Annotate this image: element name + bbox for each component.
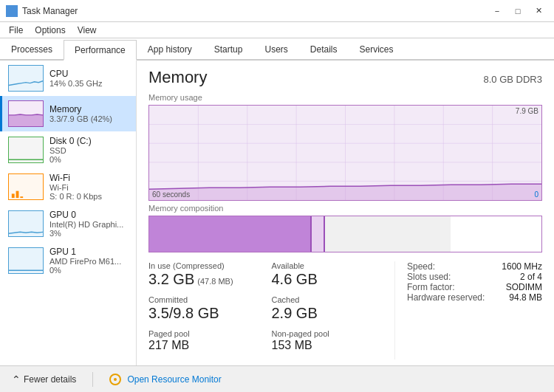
gpu1-detail1: AMD FirePro M61... <box>49 257 130 266</box>
memory-detail: 3.3/7.9 GB (42%) <box>49 114 130 123</box>
svg-rect-2 <box>7 12 11 16</box>
stats-grid: In use (Compressed) 3.2 GB (47.8 MB) Ava… <box>148 261 394 360</box>
close-button[interactable]: ✕ <box>529 4 548 18</box>
stat-committed-value: 3.5/9.8 GB <box>148 305 264 322</box>
comp-standby <box>325 216 451 252</box>
tab-startup[interactable]: Startup <box>203 38 254 59</box>
stat-form-value: SODIMM <box>506 282 542 292</box>
composition-label: Memory composition <box>148 204 542 213</box>
svg-rect-0 <box>7 7 11 10</box>
title-bar-left: Task Manager <box>6 5 78 17</box>
disk-detail1: SSD <box>49 146 130 155</box>
chart-label: Memory usage <box>148 93 542 102</box>
tab-app-history[interactable]: App history <box>137 38 203 59</box>
gpu0-detail2: 3% <box>49 229 130 238</box>
tab-services[interactable]: Services <box>349 38 405 59</box>
memory-info: Memory 3.3/7.9 GB (42%) <box>49 104 130 123</box>
bottom-separator <box>92 372 93 387</box>
gpu0-detail1: Intel(R) HD Graphi... <box>49 220 130 229</box>
wifi-detail2: S: 0 R: 0 Kbps <box>49 192 130 201</box>
cpu-detail: 14% 0.35 GHz <box>49 79 130 88</box>
sidebar-item-gpu1[interactable]: GPU 1 AMD FirePro M61... 0% <box>0 242 136 279</box>
composition-bar <box>148 216 542 252</box>
wifi-detail1: Wi-Fi <box>49 183 130 192</box>
stat-hwres-row: Hardware reserved: 94.8 MB <box>407 292 542 303</box>
sidebar-item-disk0[interactable]: Disk 0 (C:) SSD 0% <box>0 131 136 168</box>
stats-section: In use (Compressed) 3.2 GB (47.8 MB) Ava… <box>148 261 542 360</box>
stat-committed-label: Committed <box>148 295 264 304</box>
gpu0-thumbnail <box>8 210 44 237</box>
stat-inuse-sub: (47.8 MB) <box>197 277 233 286</box>
wifi-info: Wi-Fi Wi-Fi S: 0 R: 0 Kbps <box>49 173 130 201</box>
window-controls: − □ ✕ <box>488 4 548 18</box>
stat-speed-value: 1600 MHz <box>502 261 542 272</box>
memory-chart-svg <box>149 106 541 200</box>
stat-available: Available 4.6 GB <box>272 261 395 288</box>
memory-spec: 8.0 GB DDR3 <box>484 74 542 85</box>
comp-modified <box>312 216 324 252</box>
tab-processes[interactable]: Processes <box>0 38 64 59</box>
svg-rect-13 <box>9 248 43 273</box>
stat-nonpaged: Non-paged pool 153 MB <box>272 329 395 352</box>
sidebar-item-cpu[interactable]: CPU 14% 0.35 GHz <box>0 61 136 96</box>
disk-thumbnail <box>8 137 44 163</box>
menu-file[interactable]: File <box>3 24 29 37</box>
main-container: CPU 14% 0.35 GHz Memory 3.3/7.9 GB (42%) <box>0 61 554 365</box>
gpu1-label: GPU 1 <box>49 247 130 257</box>
chart-time-value: 0 <box>534 190 538 199</box>
open-resource-monitor-button[interactable]: Open Resource Monitor <box>105 371 225 388</box>
disk-detail2: 0% <box>49 155 130 164</box>
tab-performance[interactable]: Performance <box>64 40 137 61</box>
fewer-details-button[interactable]: ⌃ Fewer details <box>7 371 81 388</box>
tab-users[interactable]: Users <box>253 38 298 59</box>
gpu1-info: GPU 1 AMD FirePro M61... 0% <box>49 247 130 275</box>
maximize-button[interactable]: □ <box>508 4 527 18</box>
menu-options[interactable]: Options <box>29 24 71 37</box>
wifi-thumbnail <box>8 173 44 200</box>
gpu1-thumbnail <box>8 247 44 274</box>
cpu-thumbnail <box>8 65 44 92</box>
sidebar: CPU 14% 0.35 GHz Memory 3.3/7.9 GB (42%) <box>0 61 137 365</box>
sidebar-item-gpu0[interactable]: GPU 0 Intel(R) HD Graphi... 3% <box>0 205 136 242</box>
stat-form-label: Form factor: <box>407 282 455 292</box>
tab-details[interactable]: Details <box>299 38 349 59</box>
stat-speed-label: Speed: <box>407 261 435 272</box>
memory-title: Memory <box>148 68 207 87</box>
title-bar: Task Manager − □ ✕ <box>0 0 554 22</box>
resource-monitor-label: Open Resource Monitor <box>127 374 221 385</box>
stat-available-label: Available <box>272 261 388 270</box>
cpu-info: CPU 14% 0.35 GHz <box>49 69 130 88</box>
sidebar-item-wifi[interactable]: Wi-Fi Wi-Fi S: 0 R: 0 Kbps <box>0 168 136 205</box>
svg-rect-9 <box>12 193 15 198</box>
disk-info: Disk 0 (C:) SSD 0% <box>49 136 130 164</box>
fewer-details-label: Fewer details <box>24 374 76 385</box>
window-title: Task Manager <box>22 6 78 16</box>
sidebar-item-memory[interactable]: Memory 3.3/7.9 GB (42%) <box>0 96 136 131</box>
stat-cached: Cached 2.9 GB <box>272 295 395 322</box>
stat-paged: Paged pool 217 MB <box>148 329 272 352</box>
resource-monitor-icon <box>109 374 121 385</box>
svg-rect-10 <box>16 191 19 198</box>
stat-slots-label: Slots used: <box>407 272 451 282</box>
stat-cached-value: 2.9 GB <box>272 305 388 322</box>
minimize-button[interactable]: − <box>488 4 507 18</box>
comp-free <box>451 216 541 252</box>
stat-hwres-label: Hardware reserved: <box>407 292 485 303</box>
stat-hwres-value: 94.8 MB <box>509 292 542 303</box>
stat-slots-row: Slots used: 2 of 4 <box>407 272 542 282</box>
comp-inuse <box>149 216 310 252</box>
taskmanager-icon <box>6 5 18 17</box>
memory-chart: 7.9 GB 60 seconds 0 <box>148 105 542 201</box>
stat-paged-label: Paged pool <box>148 329 264 338</box>
stat-cached-label: Cached <box>272 295 388 304</box>
cpu-label: CPU <box>49 69 130 79</box>
stat-inuse: In use (Compressed) 3.2 GB (47.8 MB) <box>148 261 272 288</box>
svg-rect-7 <box>9 137 43 162</box>
stat-available-value: 4.6 GB <box>272 271 388 288</box>
svg-rect-4 <box>9 66 43 91</box>
chart-time-label: 60 seconds <box>152 190 190 199</box>
stat-nonpaged-label: Non-paged pool <box>272 329 388 338</box>
menu-view[interactable]: View <box>72 24 103 37</box>
gpu1-detail2: 0% <box>49 266 130 275</box>
stat-slots-value: 2 of 4 <box>520 272 542 282</box>
